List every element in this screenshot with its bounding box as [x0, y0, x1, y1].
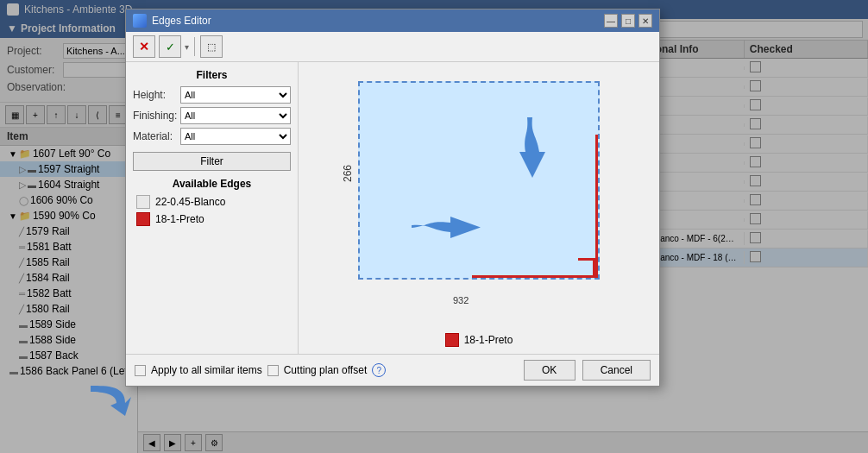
bottom-blue-arrow: [82, 381, 134, 427]
delete-edge-btn[interactable]: ✕: [133, 35, 155, 58]
diagram-area: 266: [332, 72, 626, 323]
footer-left: Apply to all similar items Cutting plan …: [135, 363, 386, 377]
modal-right-panel: 266: [299, 62, 659, 354]
confirm-dropdown[interactable]: ▾: [185, 42, 189, 52]
legend-color-box: [445, 333, 459, 347]
apply-all-label: Apply to all similar items: [151, 364, 262, 376]
diagram-width-label: 932: [453, 295, 469, 305]
modal-body: Filters Height: All Finishing: All: [126, 62, 659, 354]
cutting-plan-checkbox[interactable]: [267, 365, 279, 376]
diagram-board: [358, 81, 600, 280]
bottom-edge: [472, 275, 598, 278]
modal-footer: Apply to all similar items Cutting plan …: [126, 354, 659, 386]
minimize-btn[interactable]: —: [604, 14, 618, 28]
cutting-plan-label: Cutting plan offset: [284, 364, 368, 376]
edge-label-preto: 18-1-Preto: [155, 213, 204, 225]
legend-label: 18-1-Preto: [464, 334, 513, 346]
modal-titlebar: Edges Editor — □ ✕: [126, 9, 659, 32]
close-btn[interactable]: ✕: [638, 14, 652, 28]
filters-title: Filters: [133, 69, 291, 81]
maximize-btn[interactable]: □: [621, 14, 635, 28]
filter-row-finishing: Finishing: All: [133, 107, 291, 124]
height-select[interactable]: All: [180, 86, 291, 104]
modal-title-left: Edges Editor: [133, 14, 211, 28]
ok-button[interactable]: OK: [524, 360, 576, 381]
edge-item-blanco[interactable]: 22-0.45-Blanco: [133, 193, 291, 211]
arrow-down-svg: [506, 117, 558, 186]
available-edges-title: Available Edges: [133, 178, 291, 190]
filter-row-material: Material: All: [133, 128, 291, 145]
cancel-button[interactable]: Cancel: [582, 360, 651, 381]
help-icon[interactable]: ?: [372, 363, 386, 377]
expand-view-btn[interactable]: ⬚: [200, 35, 223, 58]
edges-editor-dialog: Edges Editor — □ ✕ ✕ ✓ ▾ ⬚ Filters Heigh…: [125, 9, 660, 387]
edge-item-preto[interactable]: 18-1-Preto: [133, 211, 291, 228]
confirm-btn[interactable]: ✓: [159, 35, 181, 58]
apply-all-checkbox[interactable]: [135, 365, 146, 376]
material-select[interactable]: All: [180, 128, 291, 145]
footer-right: OK Cancel: [524, 360, 651, 381]
modal-toolbar: ✕ ✓ ▾ ⬚: [126, 32, 659, 62]
filter-section: Filters Height: All Finishing: All: [133, 69, 291, 171]
material-label: Material:: [133, 130, 180, 142]
modal-left-panel: Filters Height: All Finishing: All: [126, 62, 299, 354]
modal-controls: — □ ✕: [604, 14, 652, 28]
legend-area: 18-1-Preto: [445, 333, 513, 347]
filter-row-height: Height: All: [133, 86, 291, 104]
height-label: Height:: [133, 89, 180, 101]
right-edge: [595, 135, 598, 278]
modal-title-icon: [133, 14, 147, 28]
finishing-label: Finishing:: [133, 110, 180, 122]
arrow-right-svg: [412, 204, 489, 251]
modal-title: Edges Editor: [152, 15, 211, 27]
separator: [194, 37, 195, 56]
edge-color-preto: [136, 212, 150, 226]
finishing-select[interactable]: All: [180, 107, 291, 124]
filter-button[interactable]: Filter: [133, 152, 291, 171]
step-line-v: [578, 261, 595, 275]
diagram-height-label: 266: [342, 165, 354, 182]
edge-color-blanco: [136, 195, 150, 209]
edge-label-blanco: 22-0.45-Blanco: [155, 196, 225, 208]
corner-step: [595, 275, 598, 278]
